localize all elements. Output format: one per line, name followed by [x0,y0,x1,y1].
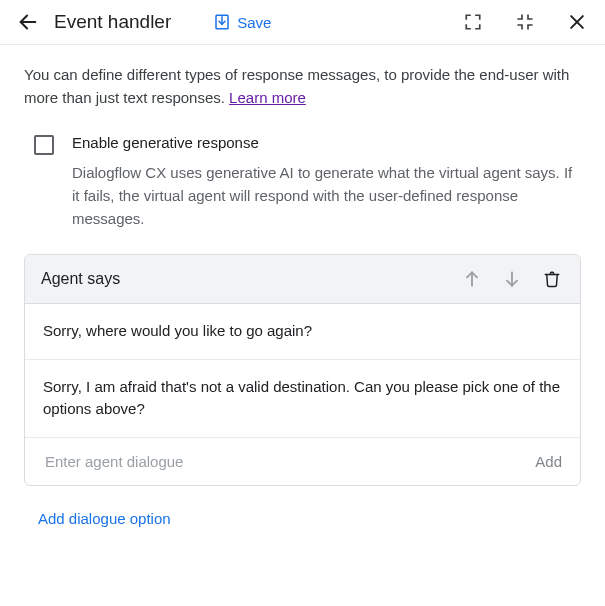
generative-checkbox[interactable] [34,135,54,155]
agent-dialogue-input[interactable] [43,452,523,471]
collapse-icon[interactable] [513,10,537,34]
generative-description: Dialogflow CX uses generative AI to gene… [72,161,581,231]
intro-text: You can define different types of respon… [24,63,581,110]
delete-icon[interactable] [540,267,564,291]
generative-label: Enable generative response [72,134,581,151]
save-label: Save [237,14,271,31]
panel-body: You can define different types of respon… [0,45,605,551]
back-arrow-icon[interactable] [16,10,40,34]
panel-title: Event handler [54,11,171,33]
add-response-button[interactable]: Add [535,453,562,470]
expand-icon[interactable] [461,10,485,34]
generative-response-option: Enable generative response Dialogflow CX… [34,134,581,231]
agent-says-title: Agent says [41,270,444,288]
agent-response-row[interactable]: Sorry, I am afraid that's not a valid de… [25,360,580,438]
add-dialogue-option-button[interactable]: Add dialogue option [38,510,171,527]
move-up-icon[interactable] [460,267,484,291]
agent-dialogue-input-row: Add [25,438,580,485]
agent-response-row[interactable]: Sorry, where would you like to go again? [25,304,580,360]
save-button[interactable]: Save [213,13,271,31]
agent-says-card: Agent says Sorry, where would you like t… [24,254,581,486]
panel-header: Event handler Save [0,0,605,45]
learn-more-link[interactable]: Learn more [229,89,306,106]
close-icon[interactable] [565,10,589,34]
agent-says-header: Agent says [25,255,580,304]
move-down-icon[interactable] [500,267,524,291]
save-icon [213,13,231,31]
